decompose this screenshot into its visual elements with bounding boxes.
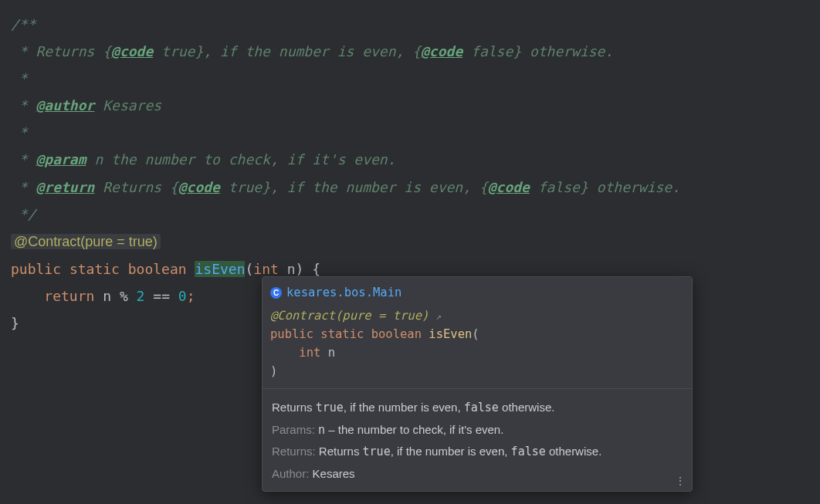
more-options-icon[interactable]: ⋮ [675,475,686,486]
javadoc-param: * @param n the number to check, if it's … [11,151,396,167]
returns-line: Returns: Returns true, if the number is … [272,441,683,463]
documentation-popup[interactable]: Ckesares.bos.Main @Contract(pure = true)… [262,276,693,492]
param-tag: @param [36,151,86,167]
class-icon: C [270,287,282,299]
code-tag: @code [178,179,220,195]
javadoc-return: * @return Returns {@code true}, if the n… [11,179,680,195]
code-tag: @code [421,43,463,59]
close-brace: } [11,315,19,331]
params-line: Params: n – the number to check, if it's… [272,419,683,441]
method-signature: public static boolean isEven(int n) { [11,261,320,277]
method-name[interactable]: isEven [195,261,245,277]
author-line: Author: Kesares [272,463,683,485]
javadoc-close: */ [11,206,36,222]
popup-description: Returns true, if the number is even, fal… [263,388,692,491]
external-link-icon[interactable]: ↗ [436,311,442,322]
javadoc-star: * [11,124,28,140]
javadoc-author: * @author Kesares [11,97,161,113]
javadoc-line: * Returns {@code true}, if the number is… [11,43,613,59]
class-fqn[interactable]: kesares.bos.Main [286,286,402,299]
desc-line: Returns true, if the number is even, fal… [272,397,683,419]
javadoc-star: * [11,70,28,86]
popup-signature: @Contract(pure = true) ↗public static bo… [263,303,692,388]
code-tag: @code [111,43,153,59]
author-tag: @author [36,97,95,113]
javadoc-open: /** [11,16,36,32]
return-tag: @return [36,179,95,195]
method-body: return n % 2 == 0; [11,288,195,304]
popup-breadcrumb: Ckesares.bos.Main [263,277,692,303]
code-tag: @code [488,179,530,195]
contract-annotation: @Contract(pure = true) [11,234,161,249]
